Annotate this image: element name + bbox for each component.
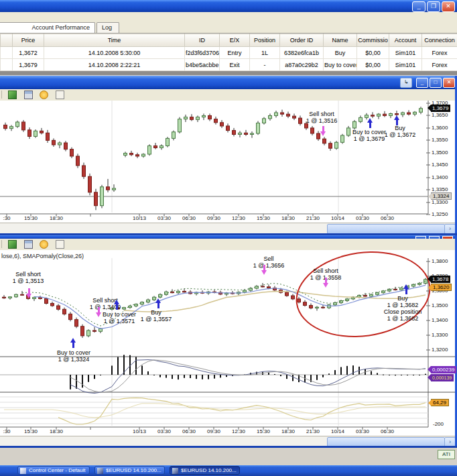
histogram-bar (159, 375, 161, 377)
histogram-bar (153, 375, 155, 375)
histogram-bar (190, 375, 191, 378)
candlestick (130, 154, 133, 155)
histogram-bar (328, 373, 330, 375)
buy-annotation: Buy1 @ 1,3672 (385, 125, 416, 138)
candlestick (359, 117, 363, 121)
candlestick (341, 135, 344, 142)
histogram-bar (286, 375, 287, 379)
candlestick (261, 286, 265, 287)
histogram-bar (280, 375, 281, 376)
candlestick (267, 287, 271, 288)
candlestick (299, 118, 302, 123)
candlestick (39, 298, 42, 299)
histogram-bar (111, 365, 113, 375)
candlestick (148, 145, 151, 154)
candlestick (371, 115, 375, 116)
candlestick (58, 143, 62, 145)
candlestick (183, 291, 186, 292)
candlestick (257, 123, 260, 133)
histogram-bar (70, 375, 71, 390)
histogram-bar (184, 375, 185, 378)
candlestick (16, 122, 19, 127)
candlestick (208, 115, 212, 119)
sell-arrow-icon (323, 278, 329, 288)
candlestick (407, 113, 411, 114)
candlestick (107, 187, 110, 190)
candlestick (63, 309, 66, 314)
sell-annotation: Sell short1 @ 1,3516 (306, 111, 338, 124)
candlestick (281, 113, 284, 114)
histogram-bar (268, 372, 269, 375)
candlestick (124, 154, 127, 156)
candlestick (287, 114, 290, 116)
buy-annotation: Buy to cover1 @ 1,3571 (103, 311, 136, 324)
candlestick (88, 176, 92, 192)
indicator-value-tag: 0,000239 (431, 366, 456, 373)
histogram-bar (340, 367, 342, 375)
candlestick (196, 117, 200, 120)
histogram-bar (88, 375, 89, 382)
histogram-bar (94, 375, 95, 379)
candlestick (10, 127, 13, 129)
candlestick (9, 297, 12, 298)
buy-arrow-icon (394, 115, 400, 125)
histogram-bar (117, 357, 119, 375)
buy-arrow-icon (367, 118, 373, 128)
candlestick (214, 119, 218, 123)
candlestick (113, 188, 116, 190)
histogram-bar (208, 375, 209, 379)
candlestick (123, 308, 126, 309)
candlestick (93, 331, 96, 331)
candlestick (142, 154, 145, 156)
histogram-bar (371, 371, 372, 375)
histogram-bar (178, 375, 179, 379)
candlestick (52, 140, 56, 145)
candlestick (347, 128, 350, 135)
candlestick (76, 156, 80, 166)
candlestick (249, 288, 253, 290)
candlestick (101, 187, 104, 206)
histogram-bar (202, 375, 203, 379)
cci-avg-line (4, 404, 426, 418)
histogram-bar (395, 375, 396, 375)
candlestick (21, 294, 24, 295)
charts-canvas (0, 0, 457, 476)
candlestick (46, 133, 50, 140)
histogram-bar (220, 375, 221, 377)
candlestick (172, 132, 176, 139)
cci-line (58, 398, 426, 424)
candlestick (160, 145, 164, 147)
histogram-bar (346, 366, 348, 375)
histogram-bar (292, 375, 293, 381)
sell-annotation: Sell short1 @ 1,3513 (13, 271, 44, 284)
indicator-value-tag: 0,000139 (431, 374, 454, 381)
candlestick (178, 119, 182, 132)
candlestick (220, 123, 224, 126)
buy-arrow-icon (155, 298, 161, 308)
price-tag: 1,3678 (431, 276, 450, 283)
candlestick (329, 143, 332, 148)
candlestick (57, 306, 60, 309)
candlestick (226, 126, 230, 131)
candlestick (269, 115, 272, 118)
candlestick (365, 115, 369, 118)
candlestick (353, 121, 356, 128)
candlestick (202, 115, 206, 117)
candlestick (81, 326, 84, 336)
candlestick (251, 133, 254, 134)
histogram-bar (76, 375, 77, 389)
candlestick (171, 292, 174, 292)
candlestick (401, 113, 405, 115)
histogram-bar (100, 375, 101, 375)
candlestick (82, 166, 86, 176)
candlestick (28, 130, 31, 137)
candlestick (293, 116, 296, 118)
histogram-bar (389, 375, 390, 375)
candlestick (4, 125, 7, 128)
histogram-bar (413, 375, 414, 375)
candlestick (94, 192, 98, 206)
candlestick (129, 306, 132, 307)
sell-arrow-icon (26, 288, 32, 298)
histogram-bar (172, 375, 173, 379)
histogram-bar (141, 365, 143, 375)
